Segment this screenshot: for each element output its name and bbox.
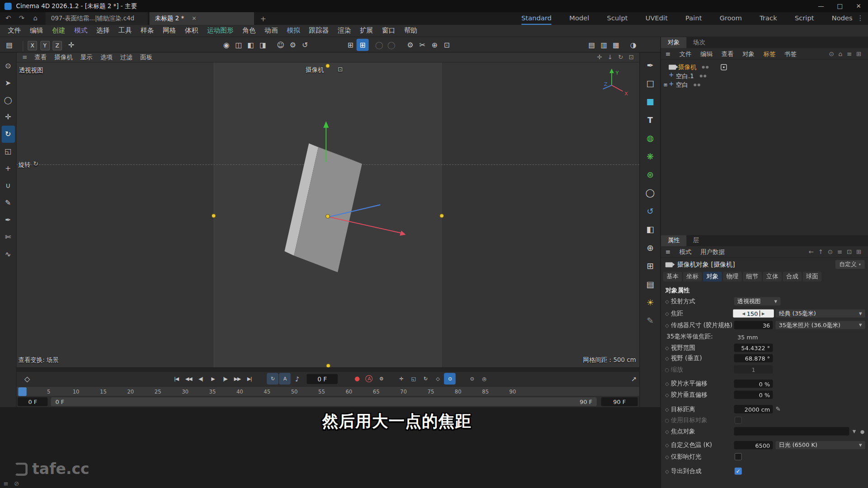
modeling-axis-icon[interactable]: ◉ [220, 39, 232, 51]
spline-pen-icon[interactable]: ✒ [642, 56, 658, 74]
gear-icon[interactable]: ⚙ [404, 39, 416, 51]
menu-simulate[interactable]: 模拟 [282, 26, 304, 36]
close-button[interactable]: ✕ [849, 3, 868, 10]
menu-tracker[interactable]: 跟踪器 [304, 26, 333, 36]
lock-icon[interactable]: ⊡ [441, 39, 453, 51]
menu-edit[interactable]: 编辑 [25, 26, 47, 36]
menu-file[interactable]: 文件 [3, 26, 25, 36]
anim-dot-icon[interactable]: ◇ [663, 381, 671, 386]
cat-tab-details[interactable]: 细节 [743, 272, 762, 282]
current-frame-marker[interactable] [18, 387, 26, 396]
grid-snap-icon[interactable]: ⊞ [344, 39, 357, 51]
cat-tab-spherical[interactable]: 球面 [803, 272, 822, 282]
anim-dot-icon[interactable]: ◇ [663, 406, 671, 412]
render-settings-icon[interactable]: ▦ [610, 39, 622, 51]
go-to-start-icon[interactable]: |◀ [170, 373, 182, 385]
vp-menu-options[interactable]: 选项 [96, 53, 116, 61]
simulation-settings-icon[interactable]: ⚙ [287, 39, 299, 51]
cat-tab-stereo[interactable]: 立体 [763, 272, 782, 282]
object-name-camera[interactable]: 摄像机 [678, 63, 696, 71]
anim-dot-icon[interactable]: ◇ [663, 311, 671, 316]
anim-dot-icon[interactable]: ◇ [663, 345, 671, 350]
object-name-null[interactable]: 空白 [676, 80, 688, 89]
anim-dot-icon[interactable]: ◇ [663, 392, 671, 398]
cat-tab-coordinates[interactable]: 坐标 [683, 272, 702, 282]
om-menu-objects[interactable]: 对象 [738, 50, 760, 58]
export-comp-checkbox[interactable]: ✓ [735, 468, 742, 475]
visibility-dots[interactable] [699, 75, 706, 77]
om-menu-icon[interactable]: ≡ [661, 50, 675, 57]
film-v-input[interactable]: 0 % [734, 390, 773, 399]
expand-timeline-icon[interactable]: ↗ [628, 373, 640, 385]
brush-tool-icon[interactable]: ✎ [1, 194, 14, 211]
volume-builder-icon[interactable]: ⊕ [642, 239, 658, 257]
panel-icon[interactable]: ⊞ [854, 248, 863, 255]
color-temp-preset-dropdown[interactable]: 日光 (6500 K) ▼ [776, 441, 865, 449]
layout-tab-groom[interactable]: Groom [720, 12, 742, 25]
sound-icon[interactable]: ♪ [291, 373, 303, 385]
play-icon[interactable]: ▶ [207, 373, 219, 385]
menu-select[interactable]: 选择 [92, 26, 114, 36]
menu-create[interactable]: 创建 [47, 26, 70, 36]
viewport-name-label[interactable]: 透视视图 [19, 66, 43, 75]
om-menu-tags[interactable]: 标签 [759, 50, 780, 58]
rotate-view-icon[interactable]: ↻ [616, 54, 625, 61]
fov-vertical-input[interactable]: 68.878 ° [734, 354, 773, 362]
key-parameter-icon[interactable]: ◇ [432, 373, 443, 385]
film-handle-bottom[interactable] [326, 363, 330, 368]
am-menu-mode[interactable]: 模式 [675, 248, 696, 256]
layout-tab-uvedit[interactable]: UVEdit [646, 12, 668, 25]
save-icon[interactable]: ▤ [3, 39, 15, 51]
range-end-field[interactable]: 90 F [601, 397, 638, 406]
minimize-button[interactable]: — [811, 3, 830, 10]
subdivision-surface-icon[interactable]: ◍ [642, 129, 658, 147]
orientation-gizmo[interactable]: Y X Z [599, 67, 632, 96]
anim-dot-icon[interactable]: ◇ [663, 322, 671, 328]
vp-menu-panel[interactable]: 面板 [136, 53, 156, 61]
layout-tab-script[interactable]: Script [795, 12, 814, 25]
menu-render[interactable]: 渲染 [333, 26, 355, 36]
film-handle-left[interactable] [212, 214, 216, 218]
object-name-null-1[interactable]: 空白.1 [676, 72, 694, 80]
vp-menu-view[interactable]: 查看 [31, 53, 51, 61]
menu-mograph[interactable]: 运动图形 [203, 26, 238, 36]
scene-nodes-icon[interactable]: ⊞ [642, 257, 658, 275]
anim-dot-icon[interactable]: ◇ [663, 356, 671, 361]
filter-icon[interactable]: ≡ [844, 50, 854, 57]
pan-view-icon[interactable]: ✛ [594, 54, 604, 61]
vp-menu-display[interactable]: 显示 [76, 53, 96, 61]
home-icon[interactable]: ⌂ [836, 50, 844, 57]
cube-icon[interactable]: ■ [642, 92, 658, 110]
snap-icon[interactable]: ◧ [245, 39, 257, 51]
next-frame-icon[interactable]: |▶ [219, 373, 231, 385]
cloner-icon[interactable]: ❋ [642, 147, 658, 165]
om-menu-bookmarks[interactable]: 书签 [780, 50, 802, 58]
visibility-dots[interactable] [693, 83, 700, 86]
edit-pencil-icon[interactable]: ✎ [642, 311, 658, 329]
tab-close-icon[interactable]: ✕ [192, 15, 196, 21]
next-key-icon[interactable]: ▶▶ [231, 373, 243, 385]
visibility-dots[interactable] [702, 66, 709, 68]
filter-icon[interactable]: ≡ [835, 248, 844, 255]
timeline-ruler[interactable]: 51015202530354045505560657075808590 [17, 386, 640, 396]
object-center-handle[interactable] [326, 214, 330, 219]
focus-object-field[interactable] [734, 427, 849, 435]
anim-dot-icon[interactable]: ◇ [663, 428, 671, 434]
tab-objects[interactable]: 对象 [661, 37, 686, 48]
color-temp-input[interactable]: 6500 [734, 441, 773, 449]
key-rotation-icon[interactable]: ↻ [420, 373, 431, 385]
document-tab-1[interactable]: 097-表面结霜...|辅助渲染.c4d [45, 12, 148, 25]
focal-preset-dropdown[interactable]: 经典 (35毫米) ▼ [776, 309, 865, 317]
layout-tab-nodes[interactable]: Nodes [832, 12, 853, 25]
render-sphere-icon[interactable]: ◑ [627, 39, 639, 51]
cat-tab-composition[interactable]: 合成 [783, 272, 802, 282]
home-icon[interactable]: ⌂ [33, 14, 37, 22]
toggle-views-icon[interactable]: ⊡ [627, 54, 636, 61]
back-arrow-icon[interactable]: ← [807, 248, 816, 255]
plane-icon[interactable]: □ [642, 74, 658, 92]
torus-icon[interactable]: ◯ [642, 184, 658, 202]
object-row-camera[interactable]: 摄像机 [661, 62, 868, 71]
cat-tab-physical[interactable]: 物理 [723, 272, 742, 282]
up-arrow-icon[interactable]: ↑ [816, 248, 826, 255]
vp-menu-filter[interactable]: 过滤 [116, 53, 136, 61]
